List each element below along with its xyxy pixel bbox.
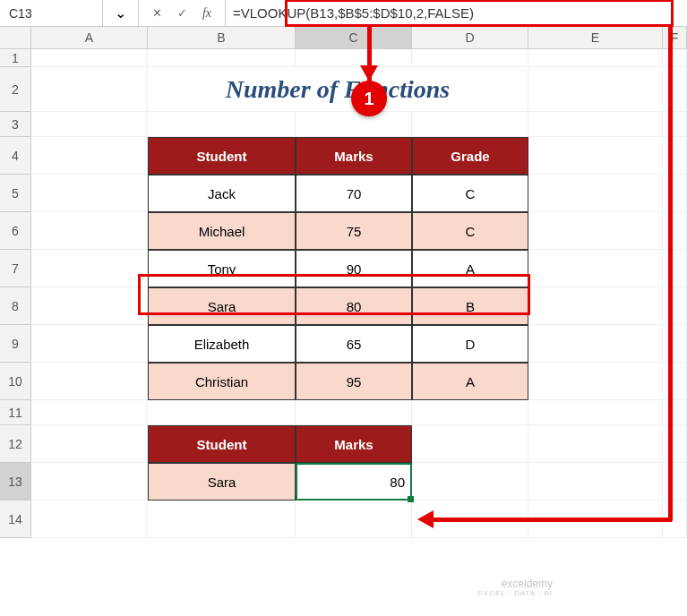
col-header-D[interactable]: D (412, 27, 528, 49)
row-header-7[interactable]: 7 (0, 250, 31, 287)
row-header-2[interactable]: 2 (0, 67, 31, 112)
row-header-12[interactable]: 12 (0, 425, 31, 463)
table-row: 10Christian95A (0, 363, 687, 400)
t1-grade[interactable]: B (412, 287, 528, 325)
t1-student[interactable]: Christian (148, 363, 296, 400)
table-row: 8Sara80B (0, 287, 687, 325)
table-row: 9Elizabeth65D (0, 325, 687, 363)
t1-student[interactable]: Sara (148, 287, 296, 325)
row-header-5[interactable]: 5 (0, 175, 31, 212)
callout-1: 1 (351, 81, 387, 116)
table-row: 7Tony90A (0, 250, 687, 287)
row-header-4[interactable]: 4 (0, 137, 31, 175)
t2-student[interactable]: Sara (148, 463, 296, 500)
t2-header-marks[interactable]: Marks (296, 425, 412, 463)
cancel-icon[interactable]: ✕ (146, 3, 167, 24)
fx-icon[interactable]: fx (196, 3, 218, 24)
arrow-2-horizontal (432, 518, 672, 522)
name-box-dropdown[interactable]: ⌄ (103, 0, 139, 26)
t2-marks-selected[interactable]: 80 (296, 463, 412, 500)
col-header-A[interactable]: A (31, 27, 148, 49)
formula-controls: ✕ ✓ fx (139, 0, 226, 26)
row-3: 3 (0, 112, 687, 137)
cell-A1[interactable] (31, 49, 148, 67)
t1-grade[interactable]: C (412, 175, 528, 212)
row-header-3[interactable]: 3 (0, 112, 31, 137)
column-headers-row: A B C D E F (0, 27, 687, 49)
confirm-icon[interactable]: ✓ (171, 3, 193, 24)
table-row: 6Michael75C (0, 212, 687, 250)
t1-student[interactable]: Tony (148, 250, 296, 287)
t1-marks[interactable]: 65 (296, 325, 412, 363)
t1-grade[interactable]: A (412, 250, 528, 287)
row-13: 13 Sara 80 (0, 463, 687, 500)
fill-handle[interactable] (408, 496, 414, 502)
t1-marks[interactable]: 75 (296, 212, 412, 250)
watermark-tagline: EXCEL · DATA · BI (477, 590, 553, 598)
row-header-10[interactable]: 10 (0, 363, 31, 400)
t1-student[interactable]: Michael (148, 212, 296, 250)
arrow-2-head (417, 510, 434, 528)
t1-header-student[interactable]: Student (148, 137, 296, 175)
row-11: 11 (0, 400, 687, 425)
t2-header-student[interactable]: Student (148, 425, 296, 463)
page-title: Number of Functions (148, 67, 528, 112)
col-header-F[interactable]: F (663, 27, 687, 49)
row-header-13[interactable]: 13 (0, 463, 31, 500)
t1-marks[interactable]: 90 (296, 250, 412, 287)
t1-marks[interactable]: 95 (296, 363, 412, 400)
row-header-11[interactable]: 11 (0, 400, 31, 425)
t1-header-marks[interactable]: Marks (296, 137, 412, 175)
col-header-B[interactable]: B (148, 27, 296, 49)
formula-input[interactable]: =VLOOKUP(B13,$B$5:$D$10,2,FALSE) (226, 0, 687, 26)
select-all-corner[interactable] (0, 27, 31, 49)
t1-header-grade[interactable]: Grade (412, 137, 528, 175)
t1-marks[interactable]: 70 (296, 175, 412, 212)
row-2: 2 Number of Functions (0, 67, 687, 112)
formula-bar: C13 ⌄ ✕ ✓ fx =VLOOKUP(B13,$B$5:$D$10,2,F… (0, 0, 687, 27)
t1-grade[interactable]: D (412, 325, 528, 363)
row-header-14[interactable]: 14 (0, 500, 31, 538)
arrow-2-vertical (668, 27, 673, 521)
t1-grade[interactable]: C (412, 212, 528, 250)
name-box[interactable]: C13 (0, 0, 103, 26)
row-header-1[interactable]: 1 (0, 49, 31, 67)
row-header-9[interactable]: 9 (0, 325, 31, 363)
arrow-1-head (360, 65, 378, 81)
table-row: 5Jack70C (0, 175, 687, 212)
t1-marks[interactable]: 80 (296, 287, 412, 325)
row-header-8[interactable]: 8 (0, 287, 31, 325)
row-12: 12 Student Marks (0, 425, 687, 463)
row-1: 1 (0, 49, 687, 67)
t1-student[interactable]: Jack (148, 175, 296, 212)
watermark: exceldemy EXCEL · DATA · BI (477, 578, 553, 598)
t1-grade[interactable]: A (412, 363, 528, 400)
t1-student[interactable]: Elizabeth (148, 325, 296, 363)
col-header-C[interactable]: C (296, 27, 412, 49)
row-4: 4 Student Marks Grade (0, 137, 687, 175)
row-header-6[interactable]: 6 (0, 212, 31, 250)
col-header-E[interactable]: E (528, 27, 663, 49)
